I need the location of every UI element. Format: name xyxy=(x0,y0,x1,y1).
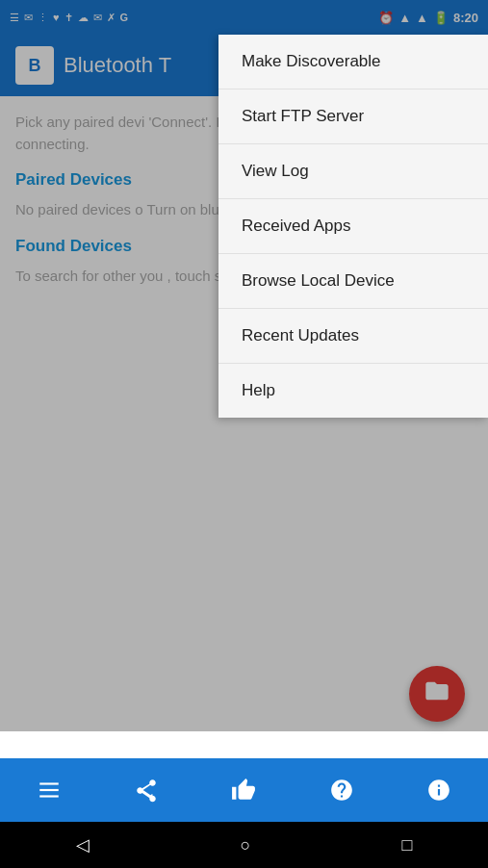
svg-rect-1 xyxy=(39,789,59,791)
nav-thumbsup-button[interactable] xyxy=(220,767,267,813)
menu-item-browse-local-device[interactable]: Browse Local Device xyxy=(218,254,488,309)
recents-button[interactable]: □ xyxy=(402,835,413,855)
home-button[interactable]: ○ xyxy=(241,835,251,855)
back-button[interactable]: ◁ xyxy=(76,834,90,855)
svg-rect-0 xyxy=(39,782,59,784)
dropdown-menu: Make Discoverable Start FTP Server View … xyxy=(218,35,488,418)
svg-rect-2 xyxy=(39,795,59,797)
nav-info-button[interactable] xyxy=(416,767,462,813)
menu-item-received-apps[interactable]: Received Apps xyxy=(218,199,488,254)
menu-item-view-log[interactable]: View Log xyxy=(218,144,488,199)
menu-item-help[interactable]: Help xyxy=(218,364,488,418)
menu-item-start-ftp-server[interactable]: Start FTP Server xyxy=(218,89,488,144)
nav-help-button[interactable] xyxy=(319,767,365,813)
bottom-nav xyxy=(0,758,488,822)
menu-item-recent-updates[interactable]: Recent Updates xyxy=(218,309,488,364)
nav-share-button[interactable] xyxy=(123,767,169,813)
menu-item-make-discoverable[interactable]: Make Discoverable xyxy=(218,35,488,89)
nav-menu-button[interactable] xyxy=(26,767,72,813)
system-nav: ◁ ○ □ xyxy=(0,822,488,868)
